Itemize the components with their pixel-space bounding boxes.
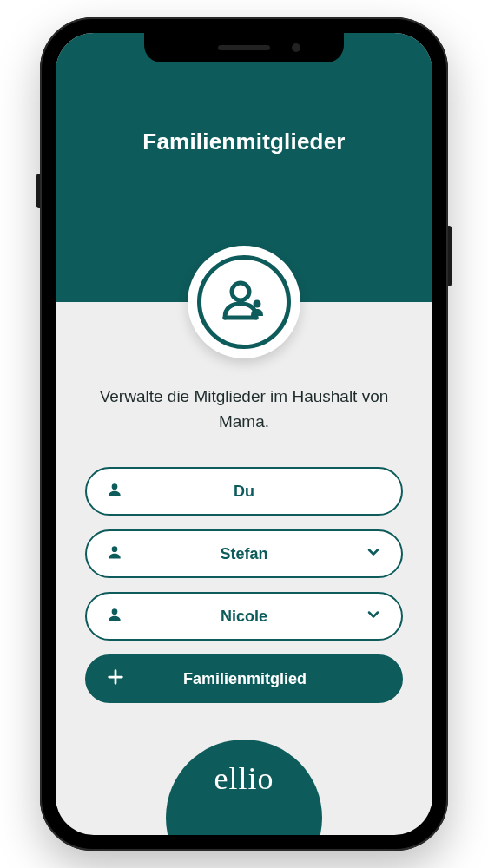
chevron-down-icon bbox=[365, 543, 382, 564]
brand-footer: ellio bbox=[166, 740, 322, 835]
plus-icon bbox=[106, 667, 125, 690]
chevron-down-icon bbox=[365, 606, 382, 627]
speaker-grill bbox=[218, 45, 270, 50]
member-row-stefan[interactable]: Stefan bbox=[85, 529, 403, 578]
svg-point-3 bbox=[112, 483, 118, 490]
phone-frame: Familienmitglieder Verwalte die Mitglied… bbox=[40, 17, 448, 851]
hero-avatar-circle bbox=[188, 246, 300, 358]
person-icon bbox=[106, 481, 123, 502]
phone-notch bbox=[144, 33, 344, 62]
content-area: Verwalte die Mitglieder im Haushalt von … bbox=[56, 302, 432, 703]
add-member-button[interactable]: Familienmitglied bbox=[85, 654, 403, 703]
member-row-you[interactable]: Du bbox=[85, 467, 403, 516]
svg-point-4 bbox=[112, 546, 118, 552]
page-title: Familienmitglieder bbox=[142, 128, 345, 155]
member-row-nicole[interactable]: Nicole bbox=[85, 592, 403, 641]
page-description: Verwalte die Mitglieder im Haushalt von … bbox=[85, 385, 403, 434]
hero-avatar-ring bbox=[197, 255, 291, 349]
member-label: Nicole bbox=[123, 608, 365, 626]
svg-point-0 bbox=[232, 283, 249, 300]
person-icon bbox=[106, 606, 123, 627]
person-icon bbox=[106, 543, 123, 564]
add-member-label: Familienmitglied bbox=[125, 670, 365, 688]
svg-point-2 bbox=[254, 300, 261, 308]
member-label: Stefan bbox=[123, 545, 365, 563]
front-camera bbox=[292, 43, 300, 52]
brand-logo: ellio bbox=[214, 760, 274, 797]
family-group-icon bbox=[216, 274, 272, 330]
member-label: Du bbox=[123, 483, 365, 501]
svg-point-5 bbox=[112, 608, 118, 615]
app-screen: Familienmitglieder Verwalte die Mitglied… bbox=[56, 33, 432, 835]
